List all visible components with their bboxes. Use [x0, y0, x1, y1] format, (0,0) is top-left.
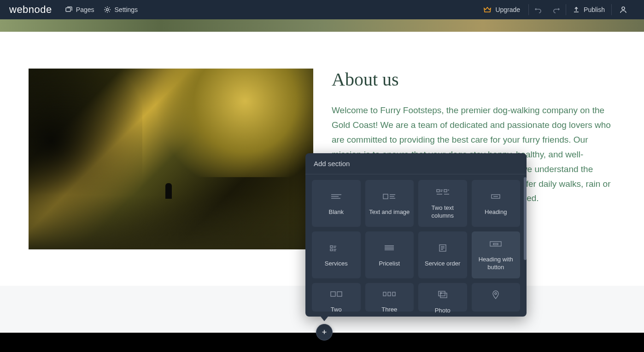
account-button[interactable] — [612, 6, 635, 14]
section-card-text-and-image[interactable]: Text and image — [365, 180, 414, 227]
card-label: Heading with button — [475, 256, 517, 271]
service-order-icon — [436, 242, 450, 254]
heading-icon — [489, 191, 503, 202]
section-card-three[interactable]: Three — [365, 283, 414, 312]
popover-tail — [321, 317, 328, 321]
card-label: Photo — [435, 307, 451, 315]
section-card-services[interactable]: Services — [312, 231, 361, 278]
svg-point-20 — [495, 293, 497, 294]
nav-settings-label: Settings — [115, 6, 138, 13]
section-card-two[interactable]: Two — [312, 283, 361, 312]
about-heading[interactable]: About us — [332, 69, 615, 90]
upload-icon — [573, 6, 580, 13]
nav-settings[interactable]: Settings — [104, 6, 138, 13]
card-label: Heading — [485, 208, 507, 216]
section-card-heading[interactable]: Heading — [472, 180, 521, 227]
add-section-popover: Add section Blank Text and image Two tex… — [305, 153, 527, 317]
toolbar-left: webnode Pages Setting — [9, 4, 138, 16]
svg-rect-8 — [330, 249, 333, 251]
gear-icon — [104, 6, 111, 13]
publish-label: Publish — [584, 6, 605, 13]
svg-rect-14 — [383, 292, 386, 296]
add-section-button[interactable]: + — [316, 324, 333, 340]
svg-rect-15 — [388, 292, 391, 296]
heading-button-icon — [488, 238, 503, 249]
undo-button[interactable] — [529, 6, 547, 13]
two-columns-icon — [436, 187, 450, 198]
pin-icon — [492, 290, 500, 300]
nav-pages-label: Pages — [76, 6, 94, 13]
scrollbar-thumb[interactable] — [524, 177, 527, 260]
svg-rect-16 — [392, 292, 395, 296]
card-label: Text and image — [369, 208, 410, 216]
nav-links: Pages Settings — [65, 6, 138, 13]
card-label: Pricelist — [379, 260, 400, 268]
section-card-pricelist[interactable]: Pricelist — [365, 231, 414, 278]
brand-logo[interactable]: webnode — [9, 4, 52, 16]
svg-rect-17 — [439, 291, 445, 296]
svg-rect-13 — [337, 292, 342, 296]
section-card-blank[interactable]: Blank — [312, 180, 361, 227]
svg-rect-7 — [330, 246, 333, 248]
services-icon — [329, 242, 343, 254]
upgrade-button[interactable]: Upgrade — [475, 6, 528, 14]
redo-icon — [553, 6, 560, 13]
image-decor — [142, 69, 313, 177]
card-label: Blank — [328, 208, 344, 216]
popover-title: Add section — [305, 153, 527, 174]
svg-point-2 — [622, 7, 625, 10]
redo-button[interactable] — [547, 6, 566, 13]
toolbar-right: Upgrade Publish — [475, 4, 635, 15]
section-card-two-text-columns[interactable]: Two text columns — [418, 180, 467, 227]
text-image-icon — [382, 191, 396, 202]
nav-pages[interactable]: Pages — [65, 6, 94, 13]
card-label: Two text columns — [422, 204, 463, 220]
popover-grid: Blank Text and image Two text columns He… — [305, 174, 527, 317]
svg-rect-5 — [444, 190, 447, 192]
svg-rect-12 — [331, 292, 335, 296]
pricelist-icon — [382, 242, 396, 254]
image-decor — [29, 195, 313, 249]
three-icon — [382, 290, 396, 298]
popover-scrollbar[interactable] — [524, 173, 527, 284]
user-icon — [619, 6, 627, 14]
pages-icon — [65, 6, 72, 13]
section-card-heading-with-button[interactable]: Heading with button — [472, 231, 521, 278]
upgrade-label: Upgrade — [495, 6, 520, 13]
plus-icon: + — [322, 328, 327, 337]
blank-icon — [329, 191, 343, 202]
svg-rect-11 — [493, 243, 498, 245]
card-label: Service order — [425, 260, 460, 268]
svg-rect-3 — [383, 194, 388, 199]
hero-band-image — [0, 19, 644, 32]
card-label: Two — [331, 306, 342, 314]
card-label: Three — [381, 306, 397, 314]
photo-icon — [436, 290, 450, 299]
crown-icon — [483, 6, 492, 14]
about-image[interactable] — [29, 69, 313, 249]
svg-rect-0 — [66, 8, 70, 12]
section-card-location[interactable] — [472, 283, 521, 312]
publish-button[interactable]: Publish — [566, 6, 611, 13]
svg-rect-10 — [490, 242, 501, 246]
svg-point-1 — [106, 9, 108, 11]
undo-icon — [534, 6, 542, 13]
svg-rect-4 — [437, 190, 439, 192]
top-toolbar: webnode Pages Setting — [0, 0, 644, 19]
brand-text: webnode — [9, 4, 52, 15]
section-card-service-order[interactable]: Service order — [418, 231, 467, 278]
section-card-photo[interactable]: Photo — [418, 283, 467, 312]
image-decor — [165, 183, 172, 199]
card-label: Services — [325, 260, 348, 268]
two-icon — [329, 290, 343, 298]
